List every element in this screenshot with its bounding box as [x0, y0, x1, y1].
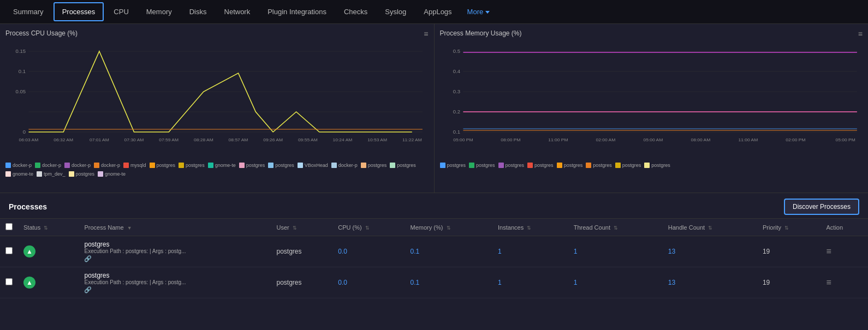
header-thread-count[interactable]: Thread Count ⇅: [568, 219, 663, 236]
svg-text:0.1: 0.1: [19, 69, 26, 74]
legend-dot: [37, 171, 42, 177]
legend-dot: [440, 163, 445, 168]
nav-item-network[interactable]: Network: [217, 3, 258, 20]
memory-chart-svg: 0.5 0.4 0.3 0.2 0.1 05:00 PM 08:00 PM 11…: [440, 40, 863, 155]
header-instances[interactable]: Instances ⇅: [492, 219, 568, 236]
nav-item-processes[interactable]: Processes: [53, 2, 104, 21]
svg-text:0.1: 0.1: [453, 129, 460, 135]
legend-item: VBoxHead: [298, 163, 328, 168]
action-menu-icon[interactable]: ≡: [827, 278, 831, 287]
legend-item: postgres: [440, 163, 466, 168]
memory-value[interactable]: 0.1: [411, 279, 420, 286]
header-user[interactable]: User ⇅: [271, 219, 332, 236]
memory-chart-menu-icon[interactable]: ≡: [858, 29, 863, 38]
legend-dot: [331, 163, 337, 168]
action-menu-icon[interactable]: ≡: [827, 247, 831, 256]
nav-item-cpu[interactable]: CPU: [106, 3, 136, 20]
processes-title: Processes: [9, 202, 47, 211]
processes-tbody: ▲ postgres Execution Path : postgres: | …: [0, 236, 868, 298]
status-sort-icon: ⇅: [44, 225, 48, 231]
header-handle-count[interactable]: Handle Count ⇅: [663, 219, 757, 236]
svg-text:0: 0: [23, 129, 26, 135]
process-link-icon[interactable]: 🔗: [84, 255, 265, 262]
row-memory: 0.1: [405, 267, 493, 298]
thread-sort-icon: ⇅: [614, 225, 618, 231]
legend-label: tpm_dev_: [44, 171, 66, 177]
header-status[interactable]: Status ⇅: [18, 219, 79, 236]
header-memory[interactable]: Memory (%) ⇅: [405, 219, 493, 236]
legend-item: postgres: [239, 163, 265, 168]
legend-item: gnome-te: [208, 163, 236, 168]
table-row: ▲ postgres Execution Path : postgres: | …: [0, 236, 868, 267]
svg-text:02:00 PM: 02:00 PM: [786, 137, 805, 142]
thread-count-value[interactable]: 1: [574, 248, 578, 255]
legend-item: docker-p: [35, 163, 61, 168]
row-checkbox-1[interactable]: [5, 278, 13, 285]
handle-count-value[interactable]: 13: [668, 248, 675, 255]
processes-table-wrapper: Status ⇅ Process Name ▼ User ⇅ CPU (%) ⇅…: [0, 219, 868, 328]
select-all-checkbox[interactable]: [5, 223, 13, 230]
svg-text:08:00 AM: 08:00 AM: [691, 137, 710, 142]
legend-item: docker-p: [5, 163, 32, 168]
legend-item: postgres: [586, 163, 612, 168]
processes-section: Processes Discover Processes Status ⇅ Pr…: [0, 193, 868, 330]
legend-item: postgres: [644, 163, 670, 168]
cpu-chart-menu-icon[interactable]: ≡: [424, 29, 428, 38]
process-link-icon[interactable]: 🔗: [84, 286, 265, 293]
instances-value[interactable]: 1: [498, 279, 502, 286]
legend-item: docker-p: [64, 163, 91, 168]
memory-chart-panel: Process Memory Usage (%) ≡ 0.5 0.4 0.3 0…: [435, 24, 869, 193]
nav-item-checks[interactable]: Checks: [336, 3, 375, 20]
cpu-value[interactable]: 0.0: [338, 279, 347, 286]
svg-text:0.4: 0.4: [453, 69, 460, 74]
nav-item-syslog[interactable]: Syslog: [377, 3, 414, 20]
header-cpu[interactable]: CPU (%) ⇅: [332, 219, 405, 236]
svg-text:08:28 AM: 08:28 AM: [194, 137, 213, 142]
main-content: Process CPU Usage (%) ≡ 0.15 0.1 0.05 0: [0, 24, 868, 330]
thread-count-value[interactable]: 1: [574, 279, 578, 286]
svg-text:08:57 AM: 08:57 AM: [229, 137, 248, 142]
legend-item: mysqld: [123, 163, 146, 168]
legend-label: postgres: [186, 163, 205, 168]
cpu-chart-svg: 0.15 0.1 0.05 0 06:03 AM 06:32 AM 07:01 …: [5, 40, 429, 155]
legend-dot: [390, 163, 395, 168]
row-checkbox-cell: [0, 267, 18, 298]
row-user: postgres: [271, 236, 332, 267]
row-cpu: 0.0: [332, 236, 405, 267]
row-memory: 0.1: [405, 236, 493, 267]
row-instances: 1: [492, 267, 568, 298]
user-sort-icon: ⇅: [293, 225, 297, 231]
nav-more-dropdown[interactable]: More: [462, 3, 496, 20]
nav-item-plugin-integrations[interactable]: Plugin Integrations: [260, 3, 334, 20]
nav-item-applogs[interactable]: AppLogs: [416, 3, 459, 20]
legend-label: postgres: [651, 163, 670, 168]
legend-item: docker-p: [331, 163, 358, 168]
discover-processes-button[interactable]: Discover Processes: [784, 199, 859, 215]
legend-item: postgres: [179, 163, 205, 168]
svg-text:11:22 AM: 11:22 AM: [402, 137, 422, 142]
legend-item: postgres: [469, 163, 495, 168]
row-process-info: postgres Execution Path : postgres: | Ar…: [79, 236, 271, 267]
row-handle-count: 13: [663, 236, 757, 267]
svg-text:06:03 AM: 06:03 AM: [19, 137, 39, 142]
nav-item-memory[interactable]: Memory: [139, 3, 180, 20]
row-checkbox-0[interactable]: [5, 247, 13, 254]
header-priority[interactable]: Priority ⇅: [757, 219, 821, 236]
instances-value[interactable]: 1: [498, 248, 502, 255]
handle-count-value[interactable]: 13: [668, 279, 675, 286]
legend-dot: [123, 163, 129, 168]
header-process-name[interactable]: Process Name ▼: [79, 219, 271, 236]
cpu-value[interactable]: 0.0: [338, 248, 347, 255]
nav-item-summary[interactable]: Summary: [5, 3, 51, 20]
cpu-sort-icon: ⇅: [365, 225, 370, 231]
legend-item: postgres: [615, 163, 641, 168]
memory-chart-title: Process Memory Usage (%): [440, 29, 863, 37]
legend-label: gnome-te: [13, 171, 33, 177]
legend-item: postgres: [557, 163, 583, 168]
nav-item-disks[interactable]: Disks: [182, 3, 215, 20]
table-row: ▲ postgres Execution Path : postgres: | …: [0, 267, 868, 298]
process-name: postgres: [84, 272, 265, 279]
process-path: Execution Path : postgres: | Args : post…: [84, 248, 265, 254]
memory-value[interactable]: 0.1: [411, 248, 420, 255]
svg-text:05:00 PM: 05:00 PM: [453, 137, 473, 142]
